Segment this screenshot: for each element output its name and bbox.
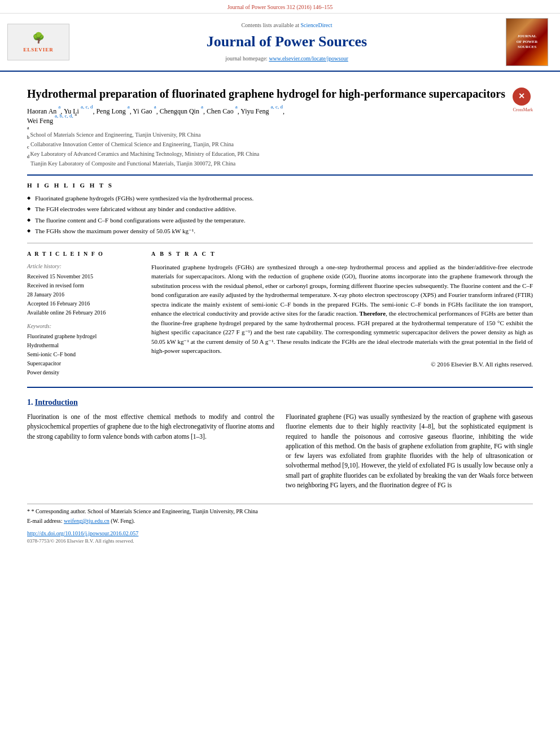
highlight-item-3: The fluorine content and C–F bond config… (27, 215, 533, 226)
star-icon: * (27, 508, 30, 514)
journal-cover-image: JOURNALOF POWERSOURCES (506, 18, 548, 66)
corresponding-author-text: * Corresponding author. School of Materi… (32, 508, 258, 514)
elsevier-label: ELSEVIER (23, 46, 54, 54)
homepage-link[interactable]: www.elsevier.com/locate/jpowsour (269, 55, 348, 62)
highlight-item-4: The FGHs show the maximum power density … (27, 226, 533, 237)
abstract-column: A B S T R A C T Fluorinated graphene hyd… (151, 250, 533, 378)
intro-two-col-layout: Fluorination is one of the most effectiv… (27, 412, 533, 495)
sciencedirect-link[interactable]: ScienceDirect (300, 22, 332, 28)
intro-col-right: Fluorinated graphene (FG) was usually sy… (286, 412, 533, 495)
intro-section-heading: Introduction (35, 398, 78, 407)
affil-a: School of Materials Science and Engineer… (30, 130, 201, 139)
section-divider-2 (27, 243, 533, 243)
highlights-list: Fluorinated graphene hydrogels (FGHs) we… (27, 193, 533, 237)
keyword-2: Hydrothermal (27, 342, 140, 350)
footnotes-area: * * Corresponding author. School of Mate… (27, 504, 533, 545)
affil-b: Collaborative Innovation Center of Chemi… (30, 140, 234, 148)
elsevier-tree-icon: 🌳 (32, 31, 45, 45)
available-date: Available online 26 February 2016 (27, 309, 140, 317)
intro-para-left-1: Fluorination is one of the most effectiv… (27, 412, 274, 442)
email-footnote: E-mail address: weifeng@tju.edu.cn (W. F… (27, 517, 533, 525)
main-content: ✕ CrossMark Hydrothermal preparation of … (0, 72, 560, 552)
affil-c: Key Laboratory of Advanced Ceramics and … (30, 150, 260, 158)
article-info-heading: A R T I C L E I N F O (27, 250, 140, 258)
elsevier-logo-area: 🌳 ELSEVIER (5, 24, 72, 60)
section-divider-1 (27, 174, 533, 176)
section-divider-3 (27, 387, 533, 388)
keywords-label: Keywords: (27, 322, 140, 330)
page: Journal of Power Sources 312 (2016) 146–… (0, 0, 560, 747)
crossmark-icon: ✕ (513, 88, 531, 106)
highlights-section: H I G H L I G H T S Fluorinated graphene… (27, 181, 533, 237)
keywords-list: Fluorinated graphene hydrogel Hydrotherm… (27, 333, 140, 377)
journal-header-center: Contents lists available at ScienceDirec… (72, 21, 501, 62)
journal-homepage-line: journal homepage: www.elsevier.com/locat… (72, 55, 501, 63)
intro-section-number: 1. (27, 398, 33, 407)
issn-text: 0378-7753/© 2016 Elsevier B.V. All right… (27, 538, 134, 544)
received-date: Received 15 November 2015 (27, 273, 140, 281)
email-link[interactable]: weifeng@tju.edu.cn (64, 518, 110, 524)
keyword-5: Power density (27, 369, 140, 377)
keyword-4: Supercapacitor (27, 360, 140, 368)
journal-header: 🌳 ELSEVIER Contents lists available at S… (0, 14, 560, 72)
article-info-column: A R T I C L E I N F O Article history: R… (27, 250, 140, 378)
intro-col-left: Fluorination is one of the most effectiv… (27, 412, 274, 495)
journal-thumbnail: JOURNALOF POWERSOURCES (506, 18, 551, 66)
accepted-date: Accepted 16 February 2016 (27, 300, 140, 308)
history-label: Article history: (27, 263, 140, 270)
corresponding-author-note: * * Corresponding author. School of Mate… (27, 508, 533, 516)
abstract-text: Fluorinated graphene hydrogels (FGHs) ar… (151, 263, 533, 356)
introduction-section: 1. Introduction Fluorination is one of t… (27, 397, 533, 495)
elsevier-logo-box: 🌳 ELSEVIER (7, 24, 69, 60)
highlight-item-2: The FGH electrodes were fabricated witho… (27, 204, 533, 215)
intro-para-right-1: Fluorinated graphene (FG) was usually sy… (286, 412, 533, 490)
crossmark-badge: ✕ CrossMark (513, 88, 533, 113)
email-label: E-mail address: (27, 518, 62, 524)
keyword-1: Fluorinated graphene hydrogel (27, 333, 140, 340)
article-title: Hydrothermal preparation of fluorinated … (27, 86, 533, 101)
revised-date-1: Received in revised form (27, 282, 140, 290)
abstract-paragraph: Fluorinated graphene hydrogels (FGHs) ar… (151, 263, 533, 356)
affiliations: aSchool of Materials Science and Enginee… (27, 130, 533, 168)
homepage-label: journal homepage: (225, 55, 268, 62)
article-info-abstract-layout: A R T I C L E I N F O Article history: R… (27, 250, 533, 378)
email-note: (W. Feng). (111, 518, 135, 524)
journal-reference-bar: Journal of Power Sources 312 (2016) 146–… (0, 0, 560, 14)
revised-date-2: 28 January 2016 (27, 291, 140, 299)
highlight-item-1: Fluorinated graphene hydrogels (FGHs) we… (27, 193, 533, 204)
contents-text: Contents lists available at (241, 22, 299, 28)
copyright-notice: © 2016 Elsevier B.V. All rights reserved… (151, 360, 533, 369)
keyword-3: Semi-ionic C–F bond (27, 351, 140, 359)
abstract-heading: A B S T R A C T (151, 250, 533, 258)
affil-d: Tianjin Key Laboratory of Composite and … (30, 159, 235, 168)
journal-title: Journal of Power Sources (72, 32, 501, 52)
contents-line: Contents lists available at ScienceDirec… (72, 21, 501, 29)
page-footer: http://dx.doi.org/10.1016/j.jpowsour.201… (27, 530, 533, 545)
authors-line: Haoran An a, Yu Li a, c, d, Peng Long a,… (27, 107, 533, 126)
journal-ref-text: Journal of Power Sources 312 (2016) 146–… (228, 4, 333, 10)
highlights-heading: H I G H L I G H T S (27, 181, 533, 190)
doi-link[interactable]: http://dx.doi.org/10.1016/j.jpowsour.201… (27, 530, 138, 536)
